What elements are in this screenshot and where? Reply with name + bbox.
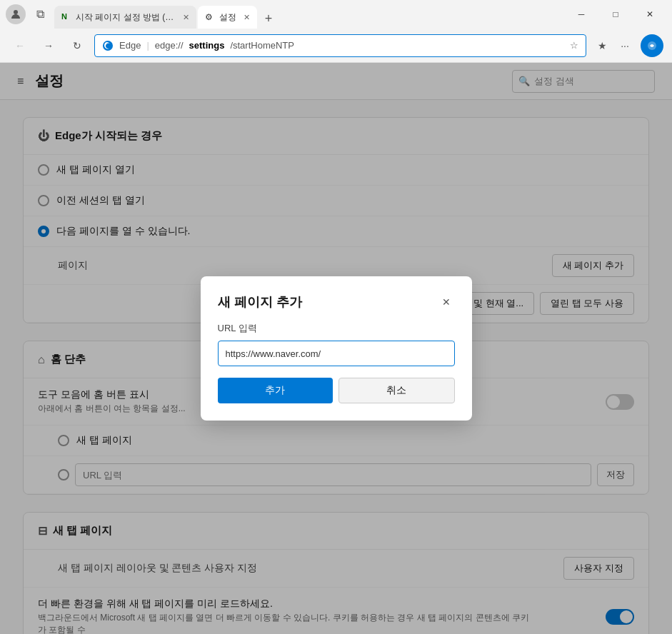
modal-header: 새 페이지 추가 ✕ xyxy=(218,293,455,311)
favorites-bar-icon[interactable]: ★ xyxy=(592,36,612,56)
address-bold: settings xyxy=(189,40,225,51)
add-page-modal: 새 페이지 추가 ✕ URL 입력 추가 취소 xyxy=(201,276,472,421)
tab-1[interactable]: N 시작 페이지 설정 방법 (Chrome) ... ✕ xyxy=(54,6,196,29)
reload-button[interactable]: ↻ xyxy=(66,34,89,57)
modal-add-button[interactable]: 추가 xyxy=(218,378,333,403)
tab-bar: N 시작 페이지 설정 방법 (Chrome) ... ✕ ⚙ 설정 ✕ + xyxy=(54,0,562,29)
address-separator: | xyxy=(146,40,149,51)
address-brand: Edge xyxy=(119,40,141,51)
tab-2[interactable]: ⚙ 설정 ✕ xyxy=(198,6,257,29)
tab2-favicon: ⚙ xyxy=(205,12,215,22)
tab1-favicon: N xyxy=(61,12,71,22)
minimize-button[interactable]: ─ xyxy=(565,3,598,26)
new-tab-button[interactable]: + xyxy=(259,9,279,29)
address-bar: ← → ↻ Edge | edge://settings/startHomeNT… xyxy=(0,29,672,63)
address-actions: ★ ··· xyxy=(592,36,635,56)
edge-logo-icon xyxy=(102,40,114,51)
url-bar[interactable]: Edge | edge://settings/startHomeNTP ☆ xyxy=(94,34,586,57)
modal-close-button[interactable]: ✕ xyxy=(438,293,455,311)
tab1-label: 시작 페이지 설정 방법 (Chrome) ... xyxy=(76,11,176,24)
modal-url-input[interactable] xyxy=(218,341,455,366)
title-bar: ⧉ N 시작 페이지 설정 방법 (Chrome) ... ✕ ⚙ 설정 ✕ +… xyxy=(0,0,672,29)
browser-tab-list-icon[interactable]: ⧉ xyxy=(29,3,51,26)
svg-point-0 xyxy=(14,10,18,14)
modal-label: URL 입력 xyxy=(218,322,455,335)
profile-icon[interactable] xyxy=(6,4,26,24)
address-prefix: edge:// xyxy=(155,40,184,51)
modal-buttons: 추가 취소 xyxy=(218,378,455,403)
maximize-button[interactable]: □ xyxy=(599,3,632,26)
copilot-button[interactable] xyxy=(641,34,663,57)
close-button[interactable]: ✕ xyxy=(633,3,666,26)
forward-button[interactable]: → xyxy=(37,34,60,57)
browser-chrome: ⧉ N 시작 페이지 설정 방법 (Chrome) ... ✕ ⚙ 설정 ✕ +… xyxy=(0,0,672,63)
modal-overlay[interactable]: 새 페이지 추가 ✕ URL 입력 추가 취소 xyxy=(0,63,672,634)
tab1-close[interactable]: ✕ xyxy=(183,13,189,22)
address-suffix: /startHomeNTP xyxy=(230,40,294,51)
more-menu-icon[interactable]: ··· xyxy=(615,36,635,56)
tab2-close[interactable]: ✕ xyxy=(244,13,250,22)
tab2-label: 설정 xyxy=(219,11,236,24)
favorites-icon[interactable]: ☆ xyxy=(570,40,578,51)
modal-cancel-button[interactable]: 취소 xyxy=(338,378,455,403)
window-controls: ─ □ ✕ xyxy=(565,3,666,26)
modal-title: 새 페이지 추가 xyxy=(218,293,302,311)
back-button[interactable]: ← xyxy=(9,34,31,57)
